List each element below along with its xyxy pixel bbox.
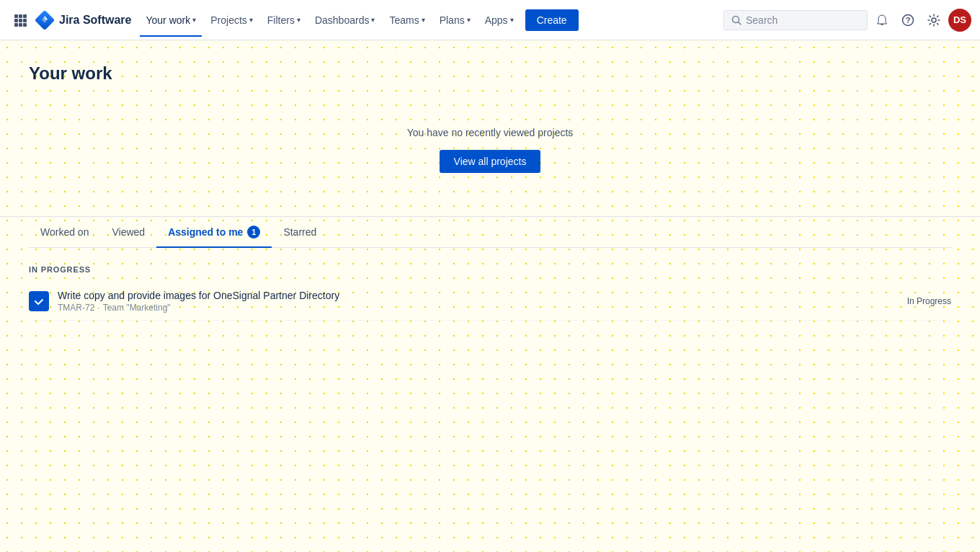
nav-dashboards[interactable]: Dashboards ▾ [309,10,381,30]
help-icon: ? [901,14,914,27]
task-item: Write copy and provide images for OneSig… [29,282,951,321]
task-team: Team "Marketing" [103,303,171,313]
projects-section: You have no recently viewed projects Vie… [29,84,951,216]
nav-apps[interactable]: Apps ▾ [479,10,520,30]
navbar-right: Search ? DS [723,9,971,32]
bell-icon [876,14,888,27]
chevron-down-icon: ▾ [467,16,471,24]
nav-plans[interactable]: Plans ▾ [434,10,476,30]
chevron-down-icon: ▾ [371,16,375,24]
grid-icon[interactable] [9,9,32,32]
app-logo[interactable]: Jira Software [35,10,131,30]
task-info: Write copy and provide images for OneSig… [58,290,899,313]
svg-rect-2 [23,14,27,18]
help-button[interactable]: ? [896,9,919,32]
svg-line-11 [739,22,741,25]
page-wrapper: Your work You have no recently viewed pr… [0,40,980,216]
chevron-down-icon: ▾ [192,16,196,24]
in-progress-label: IN PROGRESS [29,265,951,274]
svg-rect-5 [23,19,27,22]
svg-rect-7 [19,23,22,27]
svg-rect-1 [19,14,22,18]
search-icon [731,15,741,25]
tabs-row: Worked on Viewed Assigned to me 1 Starre… [29,217,951,248]
tab-worked-on[interactable]: Worked on [29,217,100,247]
search-box[interactable]: Search [723,10,868,30]
tab-viewed[interactable]: Viewed [100,217,156,247]
navbar: Jira Software Your work ▾ Projects ▾ Fil… [0,0,980,40]
svg-point-14 [932,18,936,22]
chevron-down-icon: ▾ [422,16,425,24]
nav-projects[interactable]: Projects ▾ [205,10,259,30]
chevron-down-icon: ▾ [297,16,300,24]
chevron-down-icon: ▾ [249,16,253,24]
svg-rect-0 [14,14,18,18]
gear-icon [927,14,940,27]
svg-rect-3 [14,19,18,22]
tabs-section: Worked on Viewed Assigned to me 1 Starre… [0,216,980,248]
task-meta-separator: · [97,303,99,313]
task-meta: TMAR-72 · Team "Marketing" [58,303,899,313]
svg-text:?: ? [906,16,911,25]
task-status: In Progress [907,296,951,306]
app-name: Jira Software [59,14,131,27]
tab-assigned-to-me[interactable]: Assigned to me 1 [156,217,272,247]
page-title: Your work [29,63,951,84]
checkmark-icon [33,295,45,307]
avatar[interactable]: DS [948,9,971,32]
svg-rect-6 [14,23,18,27]
chevron-down-icon: ▾ [510,16,514,24]
tab-starred[interactable]: Starred [272,217,328,247]
nav-teams[interactable]: Teams ▾ [383,10,430,30]
svg-rect-4 [19,19,22,22]
task-checkbox[interactable] [29,291,49,311]
create-button[interactable]: Create [525,9,579,31]
settings-button[interactable] [922,9,945,32]
search-placeholder: Search [746,14,778,26]
task-id: TMAR-72 [58,303,94,313]
in-progress-section: IN PROGRESS Write copy and provide image… [0,248,980,338]
notifications-button[interactable] [870,9,894,32]
task-title[interactable]: Write copy and provide images for OneSig… [58,290,899,301]
no-projects-message: You have no recently viewed projects [407,127,574,138]
view-all-projects-button[interactable]: View all projects [440,150,541,173]
assigned-to-me-badge: 1 [247,226,260,239]
nav-filters[interactable]: Filters ▾ [262,10,306,30]
nav-your-work[interactable]: Your work ▾ [140,10,202,30]
svg-rect-8 [23,23,27,27]
